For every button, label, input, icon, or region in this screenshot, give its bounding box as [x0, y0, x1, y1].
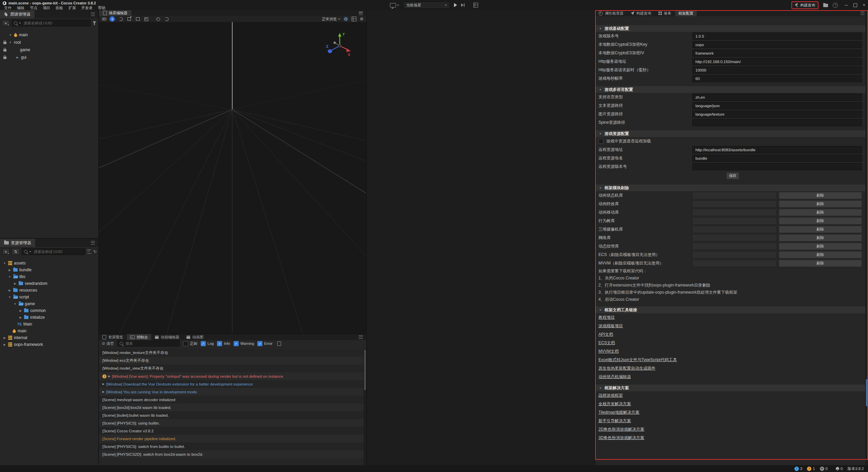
- chevron-right-icon[interactable]: ▶: [8, 269, 12, 272]
- move-tool-button[interactable]: [110, 16, 115, 22]
- menu-item-panel[interactable]: 面板: [53, 5, 66, 11]
- link-text[interactable]: 游戏模板项目: [598, 323, 623, 329]
- tab-scene-editor[interactable]: 场景编辑器: [99, 10, 132, 16]
- tab-property-inspector[interactable]: 属性检查器: [595, 10, 627, 16]
- chevron-right-icon[interactable]: ▶: [13, 282, 17, 285]
- warning-count[interactable]: !1: [807, 467, 815, 471]
- log-row[interactable]: [Scene] [bullet]:bullet wasm lib loaded.: [99, 411, 363, 419]
- tab-animation-graph[interactable]: 动画图: [183, 334, 207, 340]
- remote-url-input[interactable]: [692, 146, 862, 153]
- log-row-info[interactable]: ▶[Window] You are running Vue in develop…: [99, 388, 363, 396]
- tree-node-main[interactable]: ▼ main: [0, 31, 98, 39]
- log-checkbox[interactable]: ✓: [201, 341, 206, 346]
- log-row[interactable]: [Window] render_texture文件夹不存在: [99, 349, 363, 357]
- preview-device-button[interactable]: [390, 3, 399, 7]
- tab-animation-editor[interactable]: 动画编辑器: [152, 334, 183, 340]
- game-version-input[interactable]: [692, 33, 862, 40]
- link-text[interactable]: 新手引导解决方案: [598, 418, 631, 424]
- link-text[interactable]: Tiledmap地图解决方案: [598, 410, 639, 415]
- step-button[interactable]: [461, 3, 465, 7]
- log-row[interactable]: [Window] model_view文件夹不存在: [99, 365, 363, 372]
- hierarchy-search-input[interactable]: [23, 21, 88, 25]
- asset-row-libs[interactable]: ▼libs: [0, 273, 98, 280]
- chevron-down-icon[interactable]: ▼: [8, 41, 12, 44]
- asset-row-bundle[interactable]: ▶bundle: [0, 267, 98, 273]
- assets-search-input[interactable]: [33, 249, 83, 254]
- collapse-all-icon[interactable]: [87, 250, 91, 254]
- log-row[interactable]: [Scene] Cocos Creator v3.8.2: [99, 427, 363, 435]
- log-row-info[interactable]: ▶[Window] Download the Vue Devtools exte…: [99, 380, 363, 388]
- remote-bundle-input[interactable]: [692, 155, 862, 162]
- languages-input[interactable]: [692, 94, 862, 101]
- link-text[interactable]: 原生包热更新配置自动生成插件: [598, 366, 655, 371]
- crypto-iv-input[interactable]: [692, 50, 862, 57]
- menu-item-help[interactable]: 帮助: [95, 5, 108, 11]
- remove-module-button[interactable]: 剔除: [779, 243, 862, 250]
- console-scrollbar[interactable]: [363, 349, 366, 465]
- link-text[interactable]: 2D角色扮演游戏解决方案: [598, 427, 644, 432]
- panel-menu-icon[interactable]: [861, 12, 865, 15]
- log-row[interactable]: [Scene] meshopt wasm decoder initialized: [99, 396, 363, 404]
- fps-input[interactable]: [692, 75, 862, 82]
- panel-menu-icon[interactable]: [359, 12, 363, 15]
- tab-assets[interactable]: 资源管理器: [0, 239, 36, 247]
- remote-load-checkbox[interactable]: [598, 139, 604, 144]
- chevron-down-icon[interactable]: ▼: [8, 275, 12, 278]
- asset-row-resources[interactable]: ▶resources: [0, 287, 98, 294]
- tab-services[interactable]: 服务: [655, 10, 675, 16]
- remove-module-button[interactable]: 剔除: [779, 217, 862, 224]
- link-text[interactable]: 全栈开发解决方案: [598, 401, 631, 407]
- section-game-basic-config[interactable]: ▼游戏基础配置: [595, 25, 865, 32]
- remove-module-button[interactable]: 剔除: [779, 192, 862, 199]
- scale-tool-button[interactable]: [126, 16, 132, 22]
- asset-row-internal[interactable]: ▶internal: [0, 334, 98, 341]
- menu-item-edit[interactable]: 编辑: [14, 5, 27, 11]
- chevron-down-icon[interactable]: ▼: [8, 34, 12, 37]
- asset-row-script[interactable]: ▼script: [0, 294, 98, 300]
- expand-chevron-icon[interactable]: ▶: [102, 382, 104, 386]
- panel-menu-icon[interactable]: [91, 241, 95, 244]
- remote-version-input[interactable]: [692, 163, 862, 170]
- tab-console[interactable]: 控制台: [127, 334, 152, 340]
- log-row[interactable]: [Scene] [box2d]:box2d wasm lib loaded.: [99, 404, 363, 411]
- log-row[interactable]: [Scene] [PHYSICS]: using builtin.: [99, 419, 363, 427]
- chevron-right-icon[interactable]: ▶: [3, 343, 6, 346]
- spine-path-input[interactable]: [692, 119, 862, 126]
- asset-row-seedrandom[interactable]: ▶seedrandom: [0, 280, 98, 287]
- expand-chevron-icon[interactable]: ▶: [102, 390, 104, 393]
- remove-module-button[interactable]: 剔除: [779, 251, 862, 258]
- console-logs[interactable]: [Window] render_texture文件夹不存在 [Window] e…: [99, 349, 363, 465]
- log-row[interactable]: [Window] ecs文件夹不存在: [99, 357, 363, 365]
- scene-viewport[interactable]: Y X Z: [99, 22, 366, 333]
- menu-item-developer[interactable]: 开发者: [79, 5, 95, 11]
- minimize-button[interactable]: [845, 5, 848, 5]
- filter-error[interactable]: ✓Error: [257, 341, 272, 346]
- tree-node-gui[interactable]: ▶ gui: [0, 54, 98, 61]
- filter-icon[interactable]: [93, 21, 96, 25]
- asset-row-assets[interactable]: ▼assets: [0, 260, 98, 267]
- filter-info[interactable]: ✓Info: [217, 341, 230, 346]
- refresh-icon[interactable]: ↻: [93, 250, 97, 254]
- tree-node-root[interactable]: ▼ root: [0, 39, 98, 46]
- close-button[interactable]: ×: [863, 3, 865, 7]
- info-checkbox[interactable]: ✓: [217, 341, 222, 346]
- remove-module-button[interactable]: 剔除: [779, 260, 862, 267]
- asset-row-common[interactable]: ▶common: [0, 307, 98, 314]
- maximize-button[interactable]: [853, 3, 857, 7]
- 3d-2d-toggle[interactable]: 3D: [102, 17, 106, 21]
- error-count[interactable]: ×0: [820, 467, 828, 471]
- link-text[interactable]: 战棋游戏框架: [598, 393, 623, 398]
- http-server-input[interactable]: [692, 58, 862, 65]
- notification-count[interactable]: 0: [836, 467, 843, 471]
- help-icon[interactable]: ?: [833, 3, 838, 8]
- link-text[interactable]: API文档: [598, 332, 613, 337]
- expand-chevron-icon[interactable]: ▶: [108, 375, 110, 378]
- tab-asset-preview[interactable]: 资源预览: [99, 334, 127, 340]
- tab-hierarchy[interactable]: 层级管理器: [0, 10, 35, 18]
- lock-icon[interactable]: [3, 42, 6, 44]
- menu-item-node[interactable]: 节点: [27, 5, 40, 11]
- add-asset-button[interactable]: +: [2, 249, 9, 255]
- sort-assets-button[interactable]: ⇅: [12, 248, 20, 255]
- panel-menu-icon[interactable]: [359, 335, 363, 339]
- info-count[interactable]: i3: [794, 467, 802, 471]
